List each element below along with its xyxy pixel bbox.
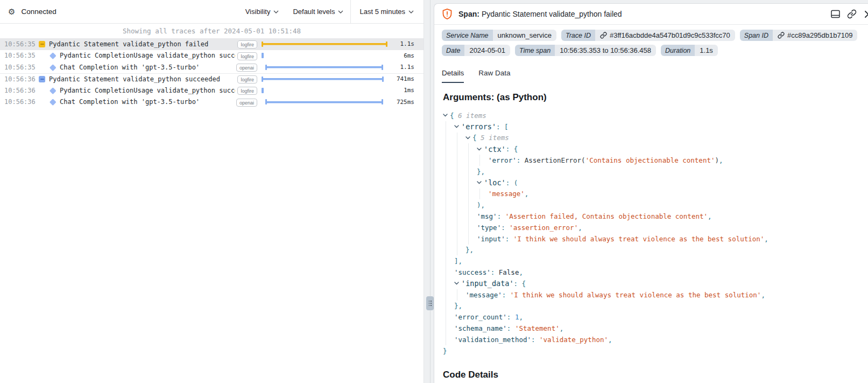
meta-badge: Span ID#cc89a295db1b7109 (740, 30, 858, 41)
code-token: 'error_count' (454, 313, 507, 321)
indent-guide (465, 189, 477, 200)
indent-guide (443, 121, 454, 133)
trace-row[interactable]: 10:56:36Pydantic Statement validate_pyth… (0, 73, 424, 85)
span-diamond-icon (49, 65, 57, 70)
tag-badge: openai (236, 64, 257, 72)
trace-row[interactable]: 10:56:36Chat Completion with 'gpt-3.5-tu… (0, 96, 424, 108)
code-token: }, (465, 246, 474, 254)
meta-badge: Date2024-05-01 (442, 45, 510, 56)
code-token: , (519, 268, 523, 276)
meta-badge-label: Service Name (442, 30, 493, 41)
code-token: 'Assertion failed, Contains objectionabl… (505, 212, 708, 220)
indent-guide (465, 233, 477, 245)
code-line: 'error_count': 1, (443, 311, 860, 323)
trace-row-tag-cell: logfire (237, 40, 257, 48)
code-token: ), (477, 201, 485, 209)
arguments-heading: Arguments: (as Python) (443, 92, 860, 103)
link-icon (778, 32, 785, 39)
dock-panel-icon[interactable] (831, 10, 840, 18)
link-icon (600, 32, 607, 39)
span-diamond-icon (49, 53, 57, 58)
header-actions (831, 9, 868, 19)
meta-badge-value: unknown_service (493, 30, 556, 41)
collapse-chevron-icon[interactable] (443, 114, 450, 117)
code-line: 'type': 'assertion_error', (443, 222, 860, 233)
code-token: 'Contains objectionable content' (585, 156, 715, 164)
meta-badge-value[interactable]: #cc89a295db1b7109 (773, 30, 857, 41)
tag-badge: openai (236, 99, 257, 107)
copy-link-icon[interactable] (847, 9, 857, 19)
code-line: }, (443, 245, 860, 256)
code-token: 'input' (477, 235, 505, 243)
collapse-chevron-icon[interactable] (454, 125, 461, 128)
trace-row[interactable]: 10:56:35Pydantic Statement validate_pyth… (0, 38, 424, 50)
meta-badge-label: Trace ID (561, 30, 595, 41)
meta-badge-value[interactable]: #3ff16acbdde4a547b01d9c9c533fcc70 (595, 30, 735, 41)
trace-row[interactable]: 10:56:35Chat Completion with 'gpt-3.5-tu… (0, 61, 424, 73)
code-token: 'Statement' (515, 324, 560, 332)
code-token: 'input_data' (461, 279, 514, 288)
code-token: 'assertion_error' (509, 224, 578, 232)
code-token: 'schema_name' (454, 324, 507, 332)
trace-row-duration: 741ms (387, 75, 414, 82)
span-meta-badges: Service Nameunknown_serviceTrace ID#3ff1… (434, 25, 868, 60)
collapse-chevron-icon[interactable] (465, 136, 472, 140)
meta-badge-value-text: 1.1s (700, 46, 713, 54)
time-range-dropdown[interactable]: Last 5 minutes (350, 0, 424, 23)
code-token: 'validate_python' (539, 336, 608, 344)
code-token: 'ctx' (484, 145, 506, 154)
code-token: : { (506, 145, 518, 153)
indent-guide (443, 267, 454, 278)
code-token: : [ (496, 123, 509, 131)
indent-guide (443, 323, 454, 334)
close-icon[interactable] (864, 10, 868, 19)
indent-guide (454, 289, 465, 301)
expand-toggle-icon[interactable] (38, 76, 46, 82)
indent-guide (465, 155, 477, 166)
tag-badge: logfire (237, 75, 257, 83)
code-line: 'error': AssertionError('Contains object… (443, 155, 860, 166)
collapse-chevron-icon[interactable] (477, 148, 484, 151)
chevron-down-icon (273, 10, 279, 13)
meta-badge-value-text: 10:56:35.353 to 10:56:36.458 (560, 46, 651, 54)
meta-badge: Time span10:56:35.353 to 10:56:36.458 (515, 45, 656, 56)
span-label: Span: (458, 10, 479, 18)
expand-toggle-icon[interactable] (38, 41, 46, 47)
detail-body: Arguments: (as Python) { 6 items'errors'… (434, 83, 868, 383)
trace-row[interactable]: 10:56:35Pydantic CompletionUsage validat… (0, 50, 424, 62)
code-token: } (443, 347, 447, 355)
warning-shield-icon (442, 8, 453, 20)
duration-bar (265, 99, 383, 105)
duration-bar (262, 53, 264, 58)
code-line: }, (443, 166, 860, 177)
code-line: }, (443, 301, 860, 312)
duration-bar (262, 41, 387, 47)
drag-handle[interactable] (426, 296, 434, 310)
trace-row-duration: 1ms (387, 87, 414, 94)
code-token: : (531, 336, 539, 344)
indent-guide (477, 189, 488, 200)
code-token: , (525, 190, 529, 198)
indent-guide (454, 211, 465, 222)
trace-row-timestamp: 10:56:36 (4, 75, 36, 83)
collapse-chevron-icon[interactable] (477, 181, 484, 184)
code-line: } (443, 345, 860, 357)
code-token: ) (715, 156, 719, 164)
indent-guide (443, 301, 454, 312)
badge-row: Service Nameunknown_serviceTrace ID#3ff1… (442, 30, 860, 41)
code-token: , (764, 235, 768, 243)
chevron-down-icon (408, 10, 414, 13)
duration-bar-zone (262, 50, 387, 62)
trace-row[interactable]: 10:56:36Pydantic CompletionUsage validat… (0, 85, 424, 96)
indent-guide (443, 211, 454, 222)
trace-row-duration: 1.1s (387, 64, 414, 71)
visibility-dropdown[interactable]: Visibility (238, 0, 286, 23)
duration-bar-zone (262, 38, 387, 50)
tab-details[interactable]: Details (442, 69, 464, 83)
collapse-chevron-icon[interactable] (454, 282, 461, 285)
indent-guide (443, 166, 454, 177)
default-levels-dropdown[interactable]: Default levels (286, 0, 350, 23)
gear-icon[interactable]: ⚙ (8, 7, 15, 17)
meta-badge-value-text: #3ff16acbdde4a547b01d9c9c533fcc70 (610, 31, 730, 39)
tab-raw-data[interactable]: Raw Data (478, 69, 510, 83)
